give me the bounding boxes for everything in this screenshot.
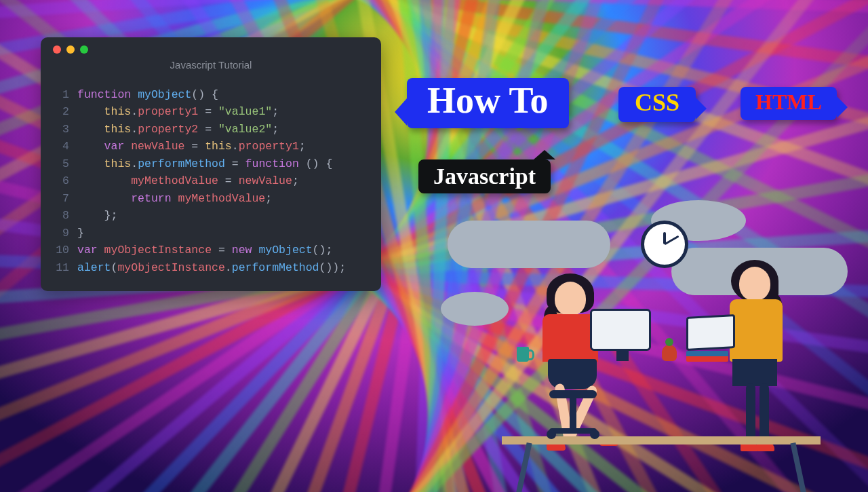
code-line: 5 this.performMethod = function () {: [53, 155, 369, 173]
code-line: 6 myMethodValue = newValue;: [53, 172, 369, 190]
person-head: [555, 282, 586, 316]
line-number: 1: [53, 86, 69, 104]
code-content: var myObjectInstance = new myObject();: [77, 242, 332, 259]
code-line: 9}: [53, 225, 369, 242]
code-line: 1function myObject() {: [53, 86, 369, 104]
code-content: this.property2 = "value2";: [77, 121, 279, 138]
person-torso: [730, 299, 783, 362]
line-number: 6: [53, 172, 69, 190]
code-line: 11alert(myObjectInstance.performMethod()…: [53, 259, 369, 277]
line-number: 9: [53, 225, 69, 242]
code-content: return myMethodValue;: [77, 190, 272, 208]
code-editor-window: Javascript Tutorial 1function myObject()…: [41, 37, 381, 291]
line-number: 10: [53, 242, 69, 259]
code-content: };: [77, 207, 117, 225]
person-skirt: [548, 359, 597, 389]
person-head: [739, 267, 770, 301]
line-number: 5: [53, 155, 69, 173]
code-content: myMethodValue = newValue;: [77, 172, 299, 190]
plant-icon: [662, 345, 677, 361]
line-number: 7: [53, 190, 69, 208]
clock-icon: [641, 221, 688, 268]
line-number: 2: [53, 103, 69, 121]
minimize-icon: [66, 45, 75, 54]
html-badge: HTML: [741, 87, 837, 120]
line-number: 3: [53, 121, 69, 138]
cloud-shape: [448, 221, 610, 268]
close-icon: [53, 45, 61, 54]
code-content: }: [77, 225, 84, 242]
code-body: 1function myObject() {2 this.property1 =…: [53, 86, 369, 277]
chair: [549, 390, 597, 398]
chair-base: [549, 428, 597, 434]
line-number: 4: [53, 138, 69, 155]
code-content: function myObject() {: [77, 86, 218, 104]
code-window-title: Javascript Tutorial: [53, 56, 369, 74]
code-content: var newValue = this.property1;: [77, 138, 306, 155]
line-number: 11: [53, 259, 69, 277]
books-icon: [686, 351, 728, 362]
code-line: 7 return myMethodValue;: [53, 190, 369, 208]
mug-icon: [517, 347, 529, 362]
code-line: 2 this.property1 = "value1";: [53, 103, 369, 121]
code-line: 3 this.property2 = "value2";: [53, 121, 369, 138]
code-line: 4 var newValue = this.property1;: [53, 138, 369, 155]
code-content: this.performMethod = function () {: [77, 155, 332, 173]
window-controls: [53, 45, 369, 54]
maximize-icon: [80, 45, 88, 54]
illustration: [434, 180, 854, 478]
laptop-icon: [686, 314, 735, 351]
line-number: 8: [53, 207, 69, 225]
css-badge: CSS: [618, 87, 696, 122]
howto-badge: How To: [407, 78, 569, 128]
code-line: 8 };: [53, 207, 369, 225]
monitor-icon: [590, 309, 651, 351]
code-content: this.property1 = "value1";: [77, 103, 279, 121]
cloud-shape: [441, 292, 509, 326]
person-skirt: [732, 359, 777, 386]
code-line: 10var myObjectInstance = new myObject();: [53, 242, 369, 259]
code-content: alert(myObjectInstance.performMethod());: [77, 259, 346, 277]
